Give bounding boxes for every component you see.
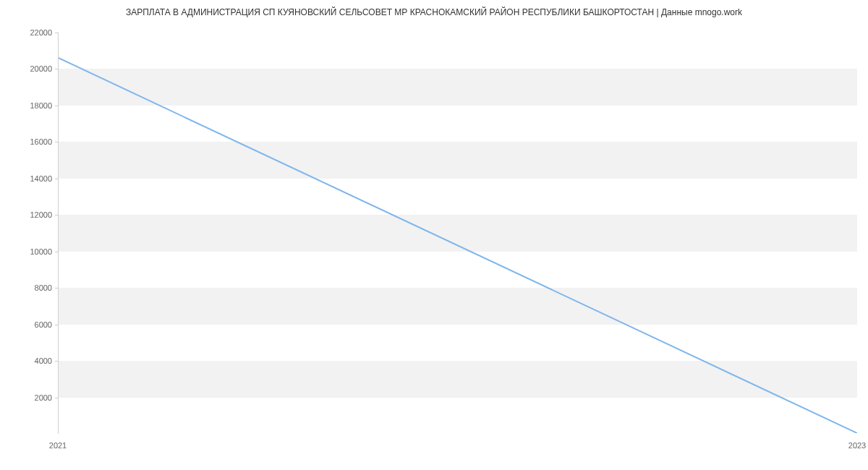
plot-area — [58, 33, 857, 434]
y-tick-label: 2000 — [9, 393, 52, 402]
y-tick-label: 16000 — [9, 137, 52, 146]
y-tick-label: 20000 — [9, 64, 52, 73]
y-tick-label: 6000 — [9, 320, 52, 329]
y-tick-label: 8000 — [9, 283, 52, 292]
y-tick-label: 14000 — [9, 174, 52, 183]
line-series — [59, 33, 857, 433]
y-tick-label: 12000 — [9, 210, 52, 219]
y-tick-label: 10000 — [9, 247, 52, 256]
y-tick-label: 4000 — [9, 356, 52, 365]
x-tick-label: 2023 — [848, 441, 866, 450]
y-tick-label: 22000 — [9, 28, 52, 37]
y-tick-label: 18000 — [9, 101, 52, 110]
x-tick-label: 2021 — [49, 441, 67, 450]
chart-title: ЗАРПЛАТА В АДМИНИСТРАЦИЯ СП КУЯНОВСКИЙ С… — [0, 7, 868, 17]
